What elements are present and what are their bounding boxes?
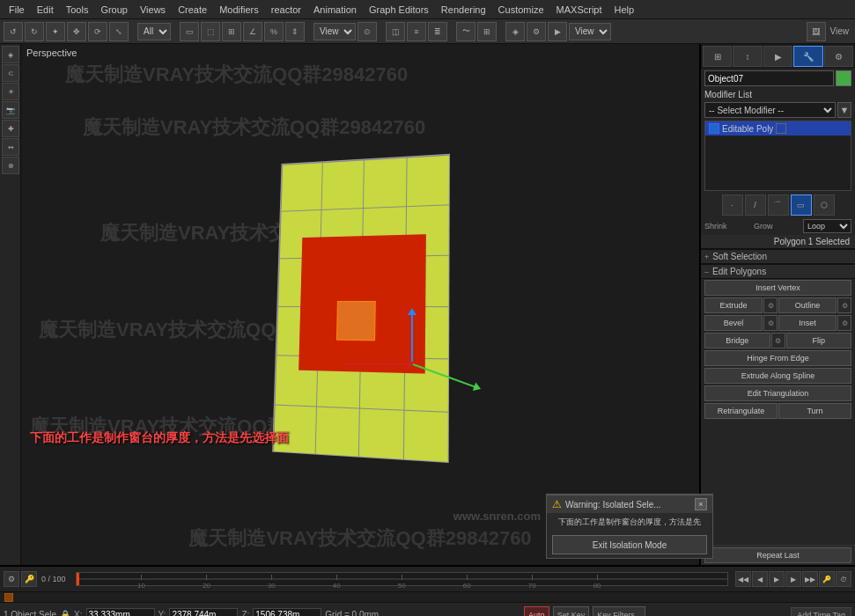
- menu-create[interactable]: Create: [173, 3, 212, 17]
- bevel-settings-btn[interactable]: ⚙: [763, 315, 778, 331]
- percent-snap-btn[interactable]: %: [264, 22, 284, 41]
- flip-btn[interactable]: Flip: [786, 333, 852, 348]
- menu-customize[interactable]: Customize: [493, 3, 549, 17]
- hinge-from-edge-btn[interactable]: Hinge From Edge: [704, 350, 851, 366]
- modifier-editable-poly[interactable]: Editable Poly: [705, 121, 851, 136]
- scrubber-thumb[interactable]: [77, 573, 79, 585]
- lights-btn[interactable]: ☀: [2, 83, 19, 100]
- edit-triangulation-btn[interactable]: Edit Triangulation: [704, 385, 851, 401]
- render-preset-dropdown[interactable]: View: [569, 23, 611, 40]
- keyframe-0[interactable]: [4, 593, 13, 602]
- menu-edit[interactable]: Edit: [32, 3, 59, 17]
- selection-filter-dropdown[interactable]: All: [137, 23, 171, 40]
- edge-mode-btn[interactable]: /: [745, 194, 766, 216]
- scale-btn[interactable]: ⤡: [109, 22, 129, 41]
- modifier-stack[interactable]: Editable Poly: [704, 121, 851, 191]
- turn-btn[interactable]: Turn: [778, 403, 851, 419]
- bridge-settings-btn[interactable]: ⚙: [771, 333, 785, 348]
- element-mode-btn[interactable]: ⬡: [814, 194, 835, 216]
- vertex-mode-btn[interactable]: ·: [722, 194, 743, 216]
- time-scrubber[interactable]: 10 20 30 40 50 60 70 80: [76, 572, 728, 586]
- next-frame-btn[interactable]: ▶▶: [802, 571, 818, 587]
- play-btn[interactable]: ▶: [769, 571, 785, 587]
- schematic-btn[interactable]: ⊞: [477, 22, 497, 41]
- modifier-enable-checkbox[interactable]: [709, 123, 719, 134]
- extrude-btn[interactable]: Extrude: [704, 297, 763, 313]
- menu-graph-editors[interactable]: Graph Editors: [364, 3, 434, 17]
- menu-reactor[interactable]: reactor: [266, 3, 306, 17]
- polygon-mode-btn[interactable]: ▭: [791, 194, 812, 216]
- rp-tab-utilities[interactable]: ⚙: [824, 46, 853, 67]
- undo-btn[interactable]: ↺: [4, 22, 23, 41]
- rp-tab-display[interactable]: ⊞: [703, 46, 732, 67]
- rp-tab-hierarchy[interactable]: ↕: [733, 46, 762, 67]
- prev-key-btn[interactable]: ◀: [752, 571, 768, 587]
- menu-tools[interactable]: Tools: [61, 3, 94, 17]
- space-warps-btn[interactable]: ↭: [2, 138, 19, 156]
- key-mode-toggle-btn[interactable]: 🔑: [819, 571, 835, 587]
- select-region-btn[interactable]: ▭: [180, 22, 199, 41]
- cameras-btn[interactable]: 📷: [2, 101, 19, 119]
- outline-settings-btn[interactable]: ⚙: [837, 297, 851, 313]
- curve-editor-btn[interactable]: 〜: [456, 22, 475, 41]
- redo-btn[interactable]: ↻: [25, 22, 44, 41]
- spinner-snap-btn[interactable]: ⇕: [285, 22, 305, 41]
- key-mode-btn[interactable]: 🔑: [21, 571, 37, 587]
- move-btn[interactable]: ✥: [67, 22, 86, 41]
- insert-vertex-btn[interactable]: Insert Vertex: [704, 280, 851, 296]
- modifier-list-dropdown[interactable]: -- Select Modifier --: [704, 102, 836, 118]
- extrude-settings-btn[interactable]: ⚙: [763, 297, 778, 313]
- menu-maxscript[interactable]: MAXScript: [551, 3, 608, 17]
- x-coord-input[interactable]: [86, 608, 155, 617]
- border-mode-btn[interactable]: ⌒: [768, 194, 789, 216]
- window-crossing-btn[interactable]: ⬚: [201, 22, 220, 41]
- menu-file[interactable]: File: [4, 3, 30, 17]
- warning-close-btn[interactable]: ×: [695, 498, 707, 510]
- layer-mgr-btn[interactable]: ≣: [428, 22, 447, 41]
- angle-snap-btn[interactable]: ∠: [243, 22, 262, 41]
- render-btn[interactable]: ▶: [548, 22, 567, 41]
- z-coord-input[interactable]: [253, 608, 321, 617]
- rp-tab-modify[interactable]: 🔧: [793, 46, 822, 67]
- auto-key-btn[interactable]: Auto: [524, 606, 549, 617]
- mirror-btn[interactable]: ◫: [386, 22, 405, 41]
- helpers-btn[interactable]: ✚: [2, 120, 19, 137]
- reference-coord-dropdown[interactable]: View: [313, 23, 356, 40]
- menu-modifiers[interactable]: Modifiers: [214, 3, 264, 17]
- inset-settings-btn[interactable]: ⚙: [837, 315, 851, 331]
- bevel-btn[interactable]: Bevel: [704, 315, 763, 331]
- add-time-tag-btn[interactable]: Add Time Tag: [791, 607, 851, 617]
- viewport[interactable]: Perspective 魔天制造VRAY技术交流QQ群29842760 魔天制造…: [21, 44, 701, 565]
- material-editor-btn[interactable]: ◈: [505, 22, 525, 41]
- lock-icon[interactable]: 🔒: [60, 610, 70, 616]
- systems-btn[interactable]: ⊕: [2, 157, 19, 174]
- key-filters-btn[interactable]: Key Filters...: [593, 606, 645, 617]
- rp-tab-motion[interactable]: ▶: [763, 46, 792, 67]
- use-pivot-btn[interactable]: ⊙: [357, 22, 377, 41]
- next-key-btn[interactable]: ▶: [785, 571, 801, 587]
- y-coord-input[interactable]: [169, 608, 238, 617]
- snap-toggle-btn[interactable]: ⊞: [222, 22, 241, 41]
- prev-frame-btn[interactable]: ◀◀: [735, 571, 751, 587]
- create-geometry-btn[interactable]: ◈: [2, 46, 19, 63]
- outline-btn[interactable]: Outline: [778, 297, 837, 313]
- bridge-btn[interactable]: Bridge: [704, 333, 770, 348]
- render-type-btn[interactable]: 🖼: [807, 22, 826, 41]
- render-setup-btn[interactable]: ⚙: [527, 22, 546, 41]
- object-color-swatch[interactable]: [836, 70, 851, 86]
- repeat-last-btn[interactable]: Repeat Last: [704, 547, 851, 563]
- soft-selection-header[interactable]: + Soft Selection: [701, 249, 855, 264]
- shapes-btn[interactable]: ⊂: [2, 64, 19, 82]
- select-btn[interactable]: ✦: [46, 22, 65, 41]
- menu-group[interactable]: Group: [95, 3, 133, 17]
- menu-rendering[interactable]: Rendering: [436, 3, 491, 17]
- modifier-dropdown-btn[interactable]: ▼: [837, 102, 851, 118]
- menu-animation[interactable]: Animation: [308, 3, 362, 17]
- inset-btn[interactable]: Inset: [778, 315, 837, 331]
- menu-views[interactable]: Views: [135, 3, 171, 17]
- menu-help[interactable]: Help: [609, 3, 640, 17]
- extrude-along-spline-btn[interactable]: Extrude Along Spline: [704, 368, 851, 384]
- edit-polygons-header[interactable]: – Edit Polygons: [701, 264, 855, 279]
- time-config-btn2[interactable]: ⏱: [836, 571, 851, 587]
- time-config-btn[interactable]: ⚙: [4, 571, 19, 587]
